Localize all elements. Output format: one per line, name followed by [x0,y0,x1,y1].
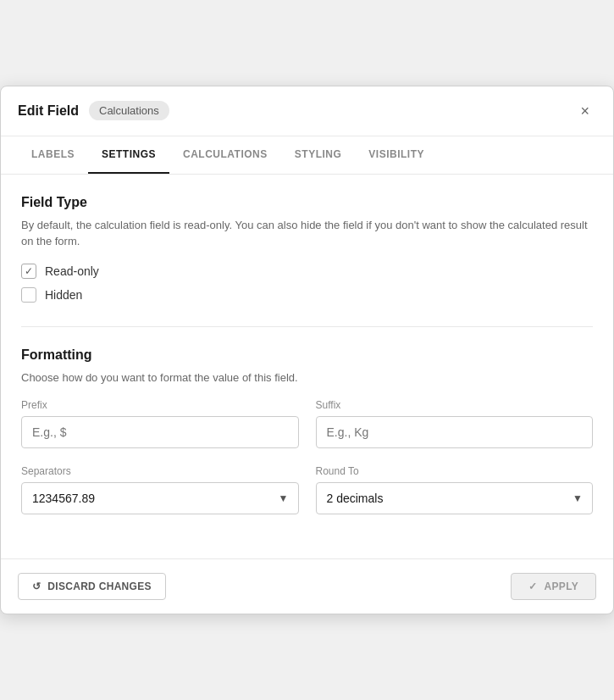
edit-field-modal: Edit Field Calculations × LABELS SETTING… [0,86,614,615]
header-badge: Calculations [89,101,169,120]
round-to-select[interactable]: No rounding 0 decimals 1 decimal 2 decim… [316,482,594,514]
discard-icon: ↺ [32,581,41,592]
formatting-description: Choose how do you want to format the val… [21,369,593,386]
readonly-label: Read-only [45,264,99,278]
prefix-field: Prefix [21,399,299,448]
field-type-title: Field Type [21,195,593,210]
tab-bar: LABELS SETTINGS CALCULATIONS STYLING VIS… [1,136,613,175]
separators-select-wrapper: 1234567.89 1,234,567.89 1.234.567,89 ▼ [21,482,299,514]
formatting-section: Formatting Choose how do you want to for… [21,347,593,515]
field-type-description: By default, the calculation field is rea… [21,217,593,250]
separators-field: Separators 1234567.89 1,234,567.89 1.234… [21,465,299,514]
suffix-field: Suffix [316,399,594,448]
modal-content: Field Type By default, the calculation f… [1,175,613,559]
tab-labels[interactable]: LABELS [18,136,88,174]
apply-label: APPLY [545,581,578,592]
modal-header: Edit Field Calculations × [1,86,613,136]
tab-visibility[interactable]: VISIBILITY [355,136,438,174]
modal-footer: ↺ DISCARD CHANGES ✓ APPLY [1,558,613,614]
separators-round-row: Separators 1234567.89 1,234,567.89 1.234… [21,465,593,514]
round-to-field: Round To No rounding 0 decimals 1 decima… [316,465,594,514]
discard-button[interactable]: ↺ DISCARD CHANGES [18,573,166,600]
section-divider [21,326,593,327]
hidden-row: Hidden [21,287,593,303]
readonly-check-icon: ✓ [25,266,33,276]
close-button[interactable]: × [573,100,596,122]
hidden-label: Hidden [45,288,82,302]
readonly-checkbox[interactable]: ✓ [21,264,36,279]
tab-styling[interactable]: STYLING [281,136,356,174]
round-to-select-wrapper: No rounding 0 decimals 1 decimal 2 decim… [316,482,594,514]
prefix-input[interactable] [21,416,299,448]
field-type-section: Field Type By default, the calculation f… [21,195,593,303]
hidden-checkbox[interactable] [21,287,36,303]
separators-select[interactable]: 1234567.89 1,234,567.89 1.234.567,89 [21,482,299,514]
separators-label: Separators [21,465,299,477]
apply-icon: ✓ [528,581,537,592]
discard-label: DISCARD CHANGES [47,581,152,592]
prefix-suffix-row: Prefix Suffix [21,399,593,448]
tab-calculations[interactable]: CALCULATIONS [169,136,281,174]
modal-title: Edit Field [18,103,79,119]
suffix-input[interactable] [316,416,594,448]
formatting-title: Formatting [21,347,593,363]
readonly-row: ✓ Read-only [21,264,593,279]
header-left: Edit Field Calculations [18,101,169,120]
suffix-label: Suffix [316,399,594,411]
round-to-label: Round To [316,465,594,477]
prefix-label: Prefix [21,399,299,411]
apply-button[interactable]: ✓ APPLY [511,573,596,600]
tab-settings[interactable]: SETTINGS [88,136,169,174]
